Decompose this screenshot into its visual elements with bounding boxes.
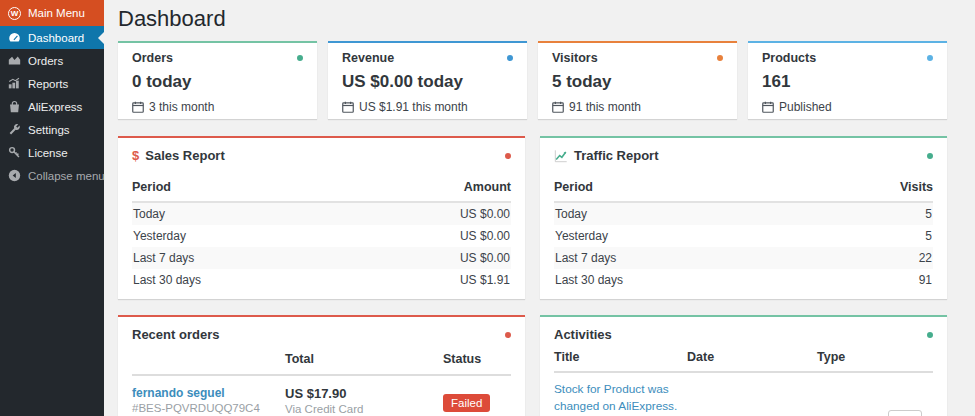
ring-icon[interactable]: [505, 332, 511, 338]
sidebar-item-reports[interactable]: Reports: [0, 72, 104, 95]
table-row: Last 7 days US $0.00: [132, 247, 511, 269]
amount-cell: US $1.91: [460, 273, 510, 287]
recent-orders-panel: Recent orders Total Status fernando segu…: [118, 315, 525, 416]
calendar-icon: [762, 101, 774, 113]
sidebar-item-orders[interactable]: Orders: [0, 49, 104, 72]
visits-cell: 5: [925, 229, 932, 243]
amount-cell: US $0.00: [460, 229, 510, 243]
card-value: 161: [762, 72, 933, 92]
sidebar-item-dashboard[interactable]: Dashboard: [0, 26, 104, 49]
ring-icon[interactable]: [717, 55, 723, 61]
card-value: US $0.00 today: [342, 72, 513, 92]
calendar-icon: [552, 101, 564, 113]
column-header: Title: [554, 350, 687, 364]
admin-sidebar: W Main Menu Dashboard Orders Reports Ali…: [0, 0, 104, 416]
collapse-arrow-icon: [7, 169, 22, 183]
card-sub-text: 3 this month: [149, 100, 214, 114]
wrench-icon: [7, 123, 22, 137]
reports-row: $ Sales Report Period Amount Today US $0…: [118, 136, 947, 299]
sidebar-item-label: Settings: [28, 124, 70, 136]
dashboard-gauge-icon: [7, 31, 22, 45]
wordpress-icon: W: [7, 6, 22, 20]
dollar-icon: $: [132, 148, 139, 163]
period-cell: Last 7 days: [555, 251, 616, 265]
ring-icon[interactable]: [505, 153, 511, 159]
sidebar-item-aliexpress[interactable]: AliExpress: [0, 95, 104, 118]
period-cell: Today: [555, 207, 587, 221]
sidebar-item-label: Dashboard: [28, 32, 84, 44]
revenue-stat-card: Revenue US $0.00 today US $1.91 this mon…: [328, 41, 527, 119]
customer-link[interactable]: fernando seguel: [132, 386, 225, 400]
activities-panel: Activities Title Date Type Stock for Pro…: [540, 315, 947, 416]
table-row: Last 30 days 91: [554, 269, 933, 291]
column-header: Visits: [900, 180, 933, 194]
sidebar-item-label: Collapse menu: [28, 170, 105, 182]
card-sub-text: 91 this month: [569, 100, 641, 114]
period-cell: Yesterday: [555, 229, 608, 243]
ring-icon[interactable]: [927, 55, 933, 61]
sales-report-table: Period Amount Today US $0.00 Yesterday U…: [132, 176, 511, 291]
table-row: Yesterday 5: [554, 225, 933, 247]
column-header: Type: [817, 350, 888, 364]
card-title: Revenue: [342, 51, 394, 65]
main-content: Dashboard Orders 0 today 3 this month Re…: [104, 0, 975, 416]
amount-cell: US $0.00: [460, 207, 510, 221]
shopping-bag-icon: [7, 100, 22, 114]
sidebar-item-license[interactable]: License: [0, 141, 104, 164]
column-header: Total: [285, 352, 443, 366]
order-customer-cell: fernando seguel #BES-PQVRDUQQ79C4 Feb, 2…: [132, 386, 285, 416]
area-chart-icon: [7, 54, 22, 68]
column-header: Amount: [464, 180, 511, 194]
column-header: Status: [443, 352, 511, 366]
sidebar-item-label: Orders: [28, 55, 63, 67]
order-total: US $17.90: [285, 386, 443, 401]
bar-chart-icon: [7, 77, 22, 91]
visits-cell: 22: [919, 251, 932, 265]
column-header: Period: [132, 180, 171, 194]
activities-column-headers: Title Date Type: [554, 342, 933, 373]
sidebar-item-label: Reports: [28, 78, 68, 90]
sidebar-item-label: AliExpress: [28, 101, 82, 113]
column-header: Date: [687, 350, 817, 364]
period-cell: Today: [133, 207, 165, 221]
ring-icon[interactable]: [927, 332, 933, 338]
orders-stat-card: Orders 0 today 3 this month: [118, 41, 317, 119]
card-value: 0 today: [132, 72, 303, 92]
products-stat-card: Products 161 Published: [748, 41, 947, 119]
card-value: 5 today: [552, 72, 723, 92]
sales-report-panel: $ Sales Report Period Amount Today US $0…: [118, 136, 525, 299]
sidebar-item-settings[interactable]: Settings: [0, 118, 104, 141]
sidebar-item-label: Main Menu: [28, 7, 85, 19]
ring-icon[interactable]: [507, 55, 513, 61]
view-activity-button[interactable]: [888, 410, 922, 416]
card-title: Visitors: [552, 51, 598, 65]
order-status-cell: Failed: [443, 386, 511, 416]
sidebar-item-label: License: [28, 147, 68, 159]
page-title: Dashboard: [118, 0, 947, 41]
ring-icon[interactable]: [297, 55, 303, 61]
table-row: Today 5: [554, 203, 933, 225]
card-title: Orders: [132, 51, 173, 65]
order-row: fernando seguel #BES-PQVRDUQQ79C4 Feb, 2…: [132, 376, 511, 416]
card-sub-text: Published: [779, 100, 832, 114]
activity-link[interactable]: Stock for Product was changed on AliExpr…: [554, 382, 677, 416]
visitors-stat-card: Visitors 5 today 91 this month: [538, 41, 737, 119]
key-icon: [7, 146, 22, 160]
order-total-cell: US $17.90 Via Credit Card: [285, 386, 443, 416]
status-badge: Failed: [443, 394, 490, 412]
ring-icon[interactable]: [927, 153, 933, 159]
table-row: Last 30 days US $1.91: [132, 269, 511, 291]
card-title: Products: [762, 51, 816, 65]
sidebar-item-main-menu[interactable]: W Main Menu: [0, 0, 104, 26]
panel-title: Activities: [554, 327, 612, 342]
bottom-row: Recent orders Total Status fernando segu…: [118, 315, 947, 416]
table-row: Today US $0.00: [132, 203, 511, 225]
period-cell: Last 30 days: [133, 273, 201, 287]
visits-cell: 5: [925, 207, 932, 221]
activity-title-cell: Stock for Product was changed on AliExpr…: [554, 381, 687, 416]
amount-cell: US $0.00: [460, 251, 510, 265]
column-header: Period: [554, 180, 593, 194]
visits-cell: 91: [919, 273, 932, 287]
order-payment-method: Via Credit Card: [285, 401, 443, 416]
sidebar-item-collapse-menu[interactable]: Collapse menu: [0, 164, 104, 187]
